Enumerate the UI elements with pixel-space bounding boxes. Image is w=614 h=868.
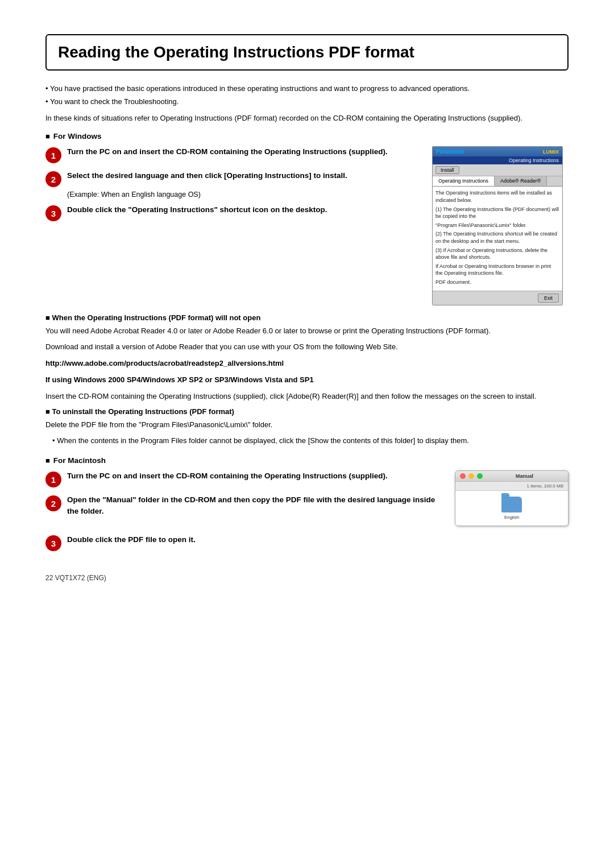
step-2-example: (Example: When an English language OS) [67,191,422,199]
mac-folder-label: English [504,515,519,520]
win-product: LUMIX [543,149,559,155]
step-2-number: 2 [45,171,61,187]
step-1-text: Turn the PC on and insert the CD-ROM con… [67,146,388,158]
mac-close-dot [460,473,466,479]
page-footer: 22 VQT1X72 (ENG) [45,574,569,582]
mac-step-3-number: 3 [45,535,61,551]
windows-step-2: 2 Select the desired language and then c… [45,170,422,187]
mac-step-3: 3 Double click the PDF file to open it. [45,534,569,551]
win-tabs: Operating Instructions Adobe® Reader® [433,176,562,187]
mac-minimize-dot [468,473,474,479]
when-not-open-para2: Download and install a version of Adobe … [45,341,569,353]
windows-sp-header: If using Windows 2000 SP4/Windows XP SP2… [45,374,569,386]
win-brand: Panasonic [436,148,464,155]
win-tab-instructions[interactable]: Operating Instructions [433,176,495,186]
mac-step-2-text: Open the "Manual" folder in the CD-ROM a… [67,494,445,518]
win-body-line7: PDF document. [435,279,559,286]
win-body-line2: (1) The Operating Instructions file (PDF… [435,206,559,220]
for-mac-header: For Macintosh [45,456,569,465]
uninstall-header: To uninstall the Operating Instructions … [45,407,569,416]
mac-step-1: 1 Turn the PC on and insert the CD-ROM c… [45,470,445,487]
windows-sp-para: Insert the CD-ROM containing the Operati… [45,391,569,403]
uninstall-para1: Delete the PDF file from the "Program Fi… [45,419,569,431]
win-body-line6: If Acrobat or Operating Instructions bro… [435,263,559,277]
mac-steps-area: 1 Turn the PC on and insert the CD-ROM c… [45,470,569,526]
mac-screenshot: Manual 1 items, 100.0 MB English [455,470,569,526]
mac-body: English [455,491,568,526]
page-title: Reading the Operating Instructions PDF f… [58,43,556,61]
win-toolbar: Install [433,164,562,176]
mac-step-2: 2 Open the "Manual" folder in the CD-ROM… [45,494,445,518]
mac-step-1-text: Turn the PC on and insert the CD-ROM con… [67,470,388,482]
win-tab-adobe[interactable]: Adobe® Reader® [495,176,547,186]
mac-toolbar: 1 items, 100.0 MB [455,482,568,491]
intro-bullet-1: • You have practised the basic operation… [45,83,569,95]
uninstall-bullet1: When the contents in the Program Files f… [52,435,569,447]
windows-step-1: 1 Turn the PC on and insert the CD-ROM c… [45,146,422,163]
win-install-btn[interactable]: Install [435,166,459,174]
mac-window-title: Manual [486,473,563,479]
for-windows-header: For Windows [45,132,569,140]
intro-para: In these kinds of situations refer to Op… [45,113,569,125]
adobe-url: http://www.adobe.com/products/acrobat/re… [45,358,569,370]
win-subtitle: Operating Instructions [433,156,562,164]
win-body-line4: (2) The Operating Instructions shortcut … [435,230,559,245]
mac-folder-icon [501,497,522,512]
win-body-line5: (3) If Acrobat or Operating Instructions… [435,247,559,261]
mac-step-1-number: 1 [45,472,61,487]
when-not-open-para1: You will need Adobe Acrobat Reader 4.0 o… [45,325,569,337]
step-2-text: Select the desired language and then cli… [67,170,347,181]
mac-ui-mockup: Manual 1 items, 100.0 MB English [455,470,569,526]
step-3-text: Double click the "Operating Instructions… [67,204,327,216]
mac-maximize-dot [477,473,483,479]
mac-step-2-number: 2 [45,495,61,511]
when-not-open-header: When the Operating Instructions (PDF for… [45,313,569,322]
win-body-line1: The Operating Instructions items will be… [435,189,559,204]
windows-steps-left: 1 Turn the PC on and insert the CD-ROM c… [45,146,422,305]
page-title-box: Reading the Operating Instructions PDF f… [45,34,569,71]
win-titlebar: Panasonic LUMIX [433,147,562,156]
win-footer: Exit [433,291,562,305]
mac-steps-left: 1 Turn the PC on and insert the CD-ROM c… [45,470,445,526]
step-1-number: 1 [45,147,61,163]
mac-step-3-text: Double click the PDF file to open it. [67,534,196,545]
step-3-number: 3 [45,205,61,221]
windows-step-3: 3 Double click the "Operating Instructio… [45,204,422,221]
win-body: The Operating Instructions items will be… [433,187,562,290]
windows-screenshot: Panasonic LUMIX Operating Instructions I… [432,146,569,305]
windows-ui-mockup: Panasonic LUMIX Operating Instructions I… [432,146,563,305]
win-exit-btn[interactable]: Exit [538,294,559,303]
windows-steps-area: 1 Turn the PC on and insert the CD-ROM c… [45,146,569,305]
win-body-line3: "Program Files\Panasonic\Lumix" folder. [435,222,559,229]
mac-titlebar: Manual [455,471,568,482]
intro-bullets: • You have practised the basic operation… [45,83,569,108]
intro-bullet-2: • You want to check the Troubleshooting. [45,96,569,108]
